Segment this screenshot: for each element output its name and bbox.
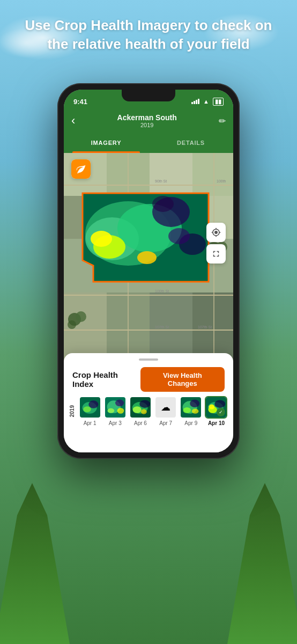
map-area[interactable]: 90th St 100th 100th St 107th St 107th St: [64, 153, 233, 368]
date-thumb-apr3[interactable]: Apr 3: [103, 396, 127, 426]
leaf-icon: [71, 159, 91, 179]
bottom-sheet: Crop Health Index View Health Changes 20…: [64, 353, 233, 452]
back-button[interactable]: ‹: [71, 114, 75, 128]
svg-rect-3: [150, 153, 192, 196]
svg-point-39: [168, 228, 190, 244]
year-label: 2019: [69, 405, 75, 417]
field-name: Ackerman South: [117, 113, 177, 122]
svg-point-54: [141, 409, 147, 414]
wifi-icon: ▲: [203, 98, 209, 105]
date-thumb-apr1[interactable]: Apr 1: [78, 396, 101, 426]
thumb-image-apr1: [79, 396, 101, 419]
location-button[interactable]: [206, 223, 226, 242]
phone-notch: [122, 90, 175, 101]
thumb-image-apr10: ✓: [205, 396, 227, 419]
svg-text:90th St: 90th St: [155, 179, 167, 183]
date-thumbnail-row: 2019 Apr 1: [64, 396, 233, 430]
sheet-title: Crop Health Index: [72, 370, 140, 389]
svg-point-36: [137, 251, 157, 264]
phone-screen: 9:41 ▲ ▮▮ ‹ Ackerman South 2019: [64, 90, 233, 452]
cloud-icon: ☁: [155, 397, 176, 418]
svg-point-25: [68, 320, 76, 329]
phone-frame: 9:41 ▲ ▮▮ ‹ Ackerman South 2019: [57, 83, 240, 459]
hero-text: Use Crop Health Imagery to check on the …: [0, 16, 297, 54]
layer-toggle-button[interactable]: [71, 159, 91, 179]
thumb-image-apr6: [129, 396, 152, 419]
thumb-image-apr9: [180, 396, 202, 419]
fit-field-button[interactable]: [206, 244, 226, 264]
field-year: 2019: [117, 122, 177, 128]
svg-text:100th: 100th: [217, 179, 226, 183]
svg-point-52: [132, 406, 141, 413]
svg-point-58: [190, 400, 199, 407]
date-thumb-apr7[interactable]: ☁ Apr 7: [154, 396, 177, 426]
svg-point-24: [76, 311, 86, 322]
date-thumb-apr10[interactable]: ✓ Apr 10: [205, 396, 228, 426]
date-thumb-apr9[interactable]: Apr 9: [180, 396, 203, 426]
header-title: Ackerman South 2019: [117, 113, 177, 128]
date-label-apr10: Apr 10: [208, 420, 225, 426]
svg-point-35: [91, 231, 112, 247]
svg-point-64: [215, 400, 226, 407]
tabs-bar: IMAGERY DETAILS: [64, 133, 233, 153]
date-label-apr9: Apr 9: [184, 420, 197, 426]
svg-point-59: [192, 409, 199, 414]
edit-button[interactable]: ✏: [219, 116, 226, 126]
tab-imagery[interactable]: IMAGERY: [64, 133, 148, 153]
svg-point-49: [117, 408, 124, 414]
svg-point-63: [209, 405, 215, 409]
thumb-image-apr3: [104, 396, 127, 419]
status-time: 9:41: [73, 98, 87, 106]
map-controls: [206, 223, 226, 264]
date-label-apr3: Apr 3: [109, 420, 122, 426]
status-icons: ▲ ▮▮: [191, 98, 224, 106]
view-health-changes-button[interactable]: View Health Changes: [140, 367, 225, 392]
tab-details[interactable]: DETAILS: [148, 133, 233, 153]
date-label-apr1: Apr 1: [84, 420, 96, 426]
svg-point-48: [115, 400, 124, 407]
battery-icon: ▮▮: [213, 98, 224, 106]
svg-point-57: [183, 407, 191, 413]
thumb-image-apr7: ☁: [154, 396, 177, 419]
date-thumb-apr6[interactable]: Apr 6: [129, 396, 152, 426]
header-content: ‹ Ackerman South 2019 ✏: [64, 109, 233, 133]
svg-text:100th St: 100th St: [155, 289, 169, 293]
sheet-header: Crop Health Index View Health Changes: [64, 361, 233, 396]
date-label-apr7: Apr 7: [159, 420, 172, 426]
signal-icon: [191, 99, 199, 104]
svg-text:107th St: 107th St: [155, 325, 169, 329]
svg-point-44: [88, 400, 98, 408]
svg-point-47: [107, 408, 114, 413]
svg-point-53: [139, 400, 150, 407]
date-label-apr6: Apr 6: [134, 420, 147, 426]
svg-text:107th St: 107th St: [198, 325, 212, 329]
svg-point-43: [83, 406, 91, 412]
svg-rect-4: [192, 153, 233, 196]
svg-point-40: [152, 196, 174, 212]
